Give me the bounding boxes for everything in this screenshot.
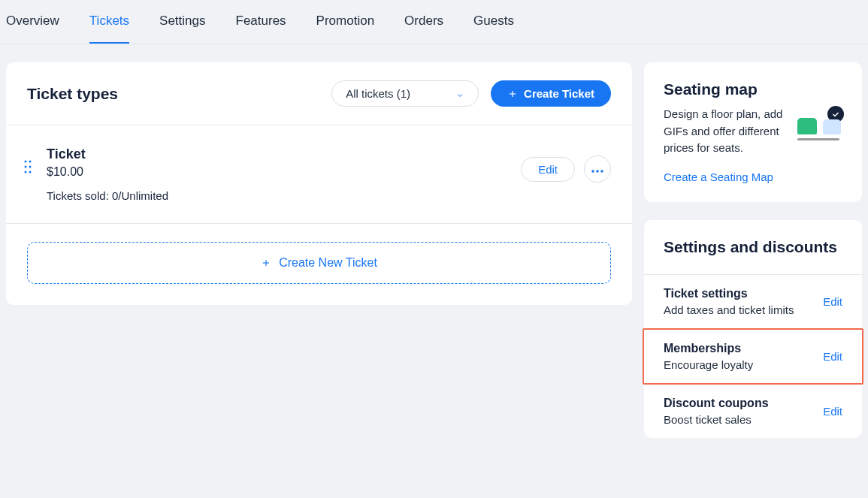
create-new-container: Create New Ticket bbox=[6, 224, 632, 305]
ticket-price: $10.00 bbox=[47, 165, 521, 179]
setting-subtitle: Add taxes and ticket limits bbox=[664, 303, 823, 316]
create-new-ticket-button[interactable]: Create New Ticket bbox=[27, 242, 611, 284]
chevron-down-icon bbox=[455, 89, 464, 98]
setting-info: Memberships Encourage loyalty bbox=[664, 342, 823, 371]
svg-point-5 bbox=[29, 166, 32, 168]
plus-icon bbox=[261, 258, 271, 268]
seating-row: Design a floor plan, add GIFs and offer … bbox=[664, 106, 842, 157]
ticket-more-button[interactable] bbox=[584, 155, 611, 183]
edit-discount-coupons-link[interactable]: Edit bbox=[823, 405, 842, 418]
setting-subtitle: Encourage loyalty bbox=[664, 358, 823, 371]
ticket-sold: Tickets sold: 0/Unlimited bbox=[47, 189, 521, 202]
tab-bar: Overview Tickets Settings Features Promo… bbox=[0, 0, 868, 44]
seat-base-icon bbox=[797, 138, 839, 140]
seating-illustration bbox=[797, 106, 842, 143]
create-seating-map-link[interactable]: Create a Seating Map bbox=[664, 171, 773, 183]
seat-blue-icon bbox=[823, 119, 841, 134]
plus-icon bbox=[507, 89, 518, 99]
ticket-types-title: Ticket types bbox=[27, 85, 118, 103]
ticket-info: Ticket $10.00 Tickets sold: 0/Unlimited bbox=[47, 146, 521, 202]
ticket-types-header: Ticket types All tickets (1) bbox=[6, 62, 632, 125]
app-shell: Overview Tickets Settings Features Promo… bbox=[0, 0, 868, 498]
ticket-filter-label: All tickets (1) bbox=[346, 87, 410, 100]
setting-row-memberships: Memberships Encourage loyalty Edit bbox=[643, 328, 863, 385]
svg-point-3 bbox=[29, 161, 32, 163]
setting-info: Ticket settings Add taxes and ticket lim… bbox=[664, 287, 823, 316]
setting-title: Memberships bbox=[664, 342, 823, 355]
ticket-actions: Edit bbox=[521, 155, 611, 183]
create-ticket-button[interactable]: Create Ticket bbox=[491, 80, 611, 107]
ticket-name: Ticket bbox=[47, 146, 521, 162]
tab-orders[interactable]: Orders bbox=[404, 14, 443, 44]
left-column: Ticket types All tickets (1) bbox=[6, 62, 632, 438]
svg-point-6 bbox=[25, 171, 27, 174]
settings-discounts-title: Settings and discounts bbox=[664, 238, 842, 256]
create-ticket-label: Create Ticket bbox=[524, 87, 594, 100]
edit-ticket-settings-link[interactable]: Edit bbox=[823, 295, 842, 308]
header-controls: All tickets (1) Create Ticket bbox=[331, 80, 611, 107]
seating-map-title: Seating map bbox=[664, 80, 842, 98]
settings-discounts-card: Settings and discounts Ticket settings A… bbox=[644, 220, 862, 438]
setting-info: Discount coupons Boost ticket sales bbox=[664, 397, 823, 426]
tab-guests[interactable]: Guests bbox=[473, 14, 514, 44]
svg-point-9 bbox=[596, 170, 599, 173]
setting-row-ticket-settings: Ticket settings Add taxes and ticket lim… bbox=[644, 275, 862, 328]
tab-promotion[interactable]: Promotion bbox=[316, 14, 374, 44]
seating-map-card: Seating map Design a floor plan, add GIF… bbox=[644, 62, 862, 202]
tab-overview[interactable]: Overview bbox=[6, 14, 59, 44]
edit-memberships-link[interactable]: Edit bbox=[823, 350, 842, 363]
tab-tickets[interactable]: Tickets bbox=[89, 14, 129, 44]
svg-point-7 bbox=[29, 171, 32, 174]
svg-point-10 bbox=[600, 170, 603, 173]
svg-point-2 bbox=[25, 161, 27, 163]
drag-handle-icon[interactable] bbox=[24, 160, 33, 174]
setting-title: Ticket settings bbox=[664, 287, 823, 300]
ticket-row: Ticket $10.00 Tickets sold: 0/Unlimited … bbox=[6, 125, 632, 224]
setting-row-discount-coupons: Discount coupons Boost ticket sales Edit bbox=[644, 385, 862, 438]
setting-subtitle: Boost ticket sales bbox=[664, 413, 823, 426]
tab-settings[interactable]: Settings bbox=[159, 14, 205, 44]
settings-discounts-header: Settings and discounts bbox=[644, 220, 862, 275]
setting-title: Discount coupons bbox=[664, 397, 823, 410]
create-new-ticket-label: Create New Ticket bbox=[279, 256, 377, 270]
seat-green-icon bbox=[797, 118, 817, 134]
ticket-filter-dropdown[interactable]: All tickets (1) bbox=[331, 80, 479, 107]
svg-point-4 bbox=[25, 166, 27, 168]
seating-description: Design a floor plan, add GIFs and offer … bbox=[664, 106, 787, 157]
right-column: Seating map Design a floor plan, add GIF… bbox=[644, 62, 862, 438]
ellipsis-icon bbox=[591, 164, 603, 175]
ticket-types-card: Ticket types All tickets (1) bbox=[6, 62, 632, 305]
main-area: Ticket types All tickets (1) bbox=[0, 44, 868, 444]
svg-point-8 bbox=[591, 170, 594, 173]
edit-ticket-button[interactable]: Edit bbox=[521, 157, 575, 182]
tab-features[interactable]: Features bbox=[236, 14, 286, 44]
